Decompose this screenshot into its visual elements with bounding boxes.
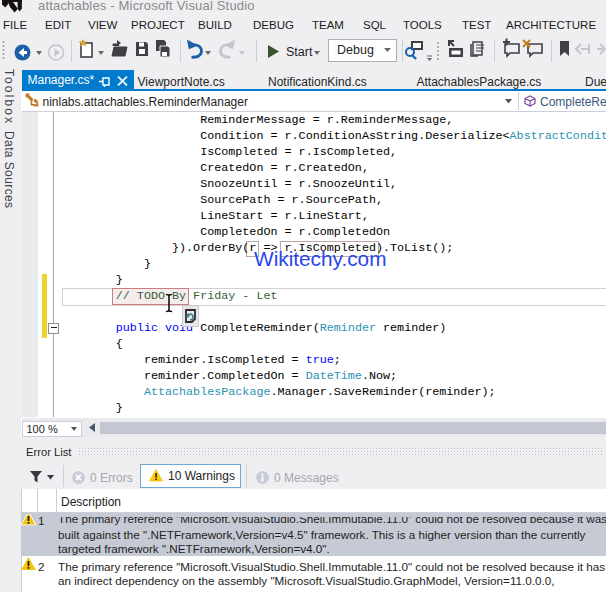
svg-text:Start: Start <box>286 45 313 59</box>
